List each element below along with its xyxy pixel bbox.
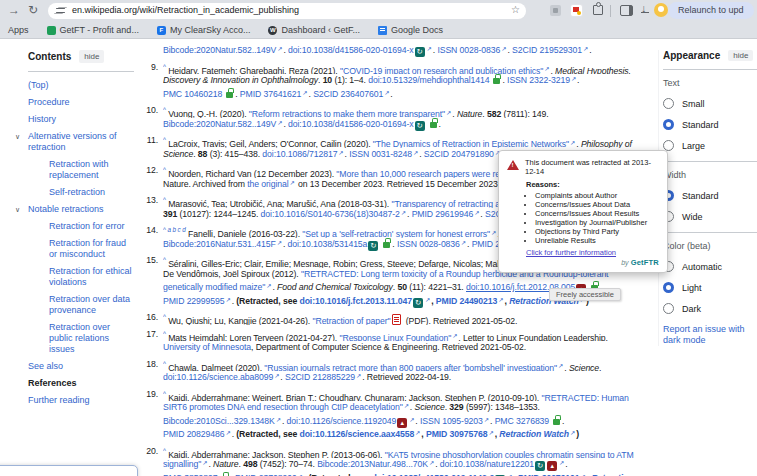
profile-avatar[interactable]	[654, 3, 668, 17]
relaunch-button[interactable]: Relaunch to upd	[668, 2, 754, 19]
ref-link[interactable]: doi:10.1016/S0140-6736(18)30487-2	[261, 209, 400, 219]
bookmark-star-icon[interactable]: ☆	[511, 4, 520, 15]
toc-item[interactable]: ∨Notable retractions	[28, 204, 134, 215]
bookmark-item[interactable]: FMy ClearSky Acco...	[157, 25, 251, 35]
ref-link[interactable]: ^	[163, 196, 166, 203]
ref-link[interactable]: Bibcode:2010Sci...329.1348K	[163, 416, 275, 426]
ref-link[interactable]: S2CID 219529301	[512, 45, 582, 55]
ref-link[interactable]: PMID 30976101	[518, 473, 580, 476]
report-dark-mode-link[interactable]: Report an issue with dark mode	[663, 324, 757, 346]
ref-link[interactable]: ISSN 0031-8248	[349, 149, 412, 159]
radio-button[interactable]	[663, 98, 674, 109]
ref-link[interactable]: PMID 30975768	[426, 429, 488, 439]
bookmark-item[interactable]: Google Docs	[378, 25, 443, 35]
ref-link[interactable]: S2CID 212885229	[285, 372, 355, 382]
toc-item[interactable]: (Top)	[28, 80, 134, 91]
toc-item[interactable]: Retraction over data provenance	[28, 294, 134, 316]
ref-link[interactable]: PMC 3276839	[495, 416, 549, 426]
bookmark-item[interactable]: Apps	[8, 25, 29, 35]
ref-link[interactable]: ^	[163, 313, 166, 320]
radio-option[interactable]: Dark	[663, 303, 757, 314]
ref-link[interactable]: "Russian journals retract more than 800 …	[264, 362, 557, 371]
ref-link[interactable]: Bibcode:2020Natur.582..149V	[163, 119, 276, 129]
side-panel-icon[interactable]	[620, 5, 633, 16]
ref-link[interactable]: PMC 10460218	[163, 89, 222, 99]
ref-link[interactable]: "KAT5 tyrosine phosphorylation couples c…	[385, 449, 634, 458]
ref-link[interactable]: doi:10.1038/d41586-020-01694-x	[288, 45, 414, 55]
ref-link[interactable]: ^	[163, 447, 166, 454]
download-icon[interactable]: ↓	[641, 2, 647, 14]
radio-option[interactable]: Small	[663, 98, 757, 109]
ref-link[interactable]: Bibcode:2013Natur.498...70K	[317, 459, 428, 469]
chevron-down-icon[interactable]: ∨	[15, 131, 20, 142]
ref-link[interactable]: doi:10.1126/science.aax4558	[299, 429, 414, 439]
site-settings-icon[interactable]	[56, 7, 65, 15]
ref-link[interactable]: the original	[247, 179, 288, 189]
toc-item[interactable]: Retraction for error	[28, 221, 134, 232]
ref-link[interactable]: University of Minnesota	[163, 342, 251, 352]
ref-link[interactable]: doi:10.1038/d41586-020-01694-x	[288, 119, 414, 129]
radio-option[interactable]: Automatic	[663, 261, 757, 272]
appearance-hide-button[interactable]: hide	[728, 50, 753, 61]
ref-link[interactable]: doi:10.1038/s41586-019-1142-2	[372, 473, 495, 476]
extensions-puzzle-icon[interactable]	[593, 5, 603, 15]
radio-option[interactable]: Standard	[663, 119, 757, 130]
ref-link[interactable]: "RETRACTED: Human	[541, 392, 628, 401]
toc-item[interactable]: Procedure	[28, 97, 134, 108]
ref-link[interactable]: ISSN 2322-3219	[507, 75, 570, 85]
contents-hide-button[interactable]: hide	[79, 50, 104, 63]
toc-item[interactable]: ∨Alternative versions of retraction	[28, 131, 134, 153]
ref-link[interactable]: a b c d	[166, 226, 186, 233]
ref-link[interactable]: PMID 22999595	[163, 296, 225, 306]
ref-link[interactable]: ^	[163, 390, 166, 397]
further-information-link[interactable]: Click for further information	[526, 248, 659, 257]
ref-link[interactable]: S2CID 236407601	[313, 89, 383, 99]
url-text[interactable]: en.wikipedia.org/wiki/Retraction_in_acad…	[72, 5, 299, 15]
toc-item[interactable]: Retraction with replacement	[28, 159, 134, 181]
ref-link[interactable]: ^	[163, 136, 166, 143]
radio-option[interactable]: Large	[663, 140, 757, 151]
ref-link[interactable]: Retraction	[591, 473, 633, 476]
toc-item[interactable]: Retraction over public relations issues	[28, 322, 134, 355]
ref-link[interactable]: "Set up a 'self-retraction' system for h…	[302, 229, 490, 238]
radio-option[interactable]: Wide	[663, 211, 757, 222]
toc-item[interactable]: References	[28, 378, 134, 389]
extension-icon[interactable]	[550, 5, 561, 16]
toc-item[interactable]: See also	[28, 361, 134, 372]
bookmark-item[interactable]: GetFT - Profit and...	[47, 25, 139, 35]
bookmark-item[interactable]: WDashboard ‹ GetF...	[268, 25, 360, 35]
ref-link[interactable]: "Response Linux Foundation"	[339, 332, 451, 341]
radio-button[interactable]	[663, 303, 674, 314]
ref-link[interactable]: signalling"	[163, 459, 201, 469]
ref-link[interactable]: "COVID-19 impact on research and publica…	[340, 65, 543, 74]
radio-button[interactable]	[663, 282, 674, 293]
ref-link[interactable]: PMID 37641621	[240, 89, 302, 99]
ref-link[interactable]: ^	[163, 360, 166, 367]
ref-link[interactable]: doi:10.51329/mehdiophthal1414	[368, 75, 489, 85]
ref-link[interactable]: ^	[163, 166, 166, 173]
ref-link[interactable]: PMID 20829486	[163, 429, 225, 439]
toc-item[interactable]: Further reading	[28, 395, 134, 406]
ref-link[interactable]: ISSN 0028-0836	[437, 45, 500, 55]
toc-item[interactable]: History	[28, 114, 134, 125]
ref-link[interactable]: doi:10.1038/nature12201	[440, 459, 534, 469]
ref-link[interactable]: PMID 24490213	[436, 296, 498, 306]
ref-link[interactable]: ^	[163, 63, 166, 70]
ref-link[interactable]: ISSN 1095-9203	[420, 416, 483, 426]
ref-link[interactable]: SIRT6 promotes DNA end resection through…	[163, 402, 403, 412]
ref-link[interactable]: doi:10.1086/712817	[262, 149, 337, 159]
radio-option[interactable]: Light	[663, 282, 757, 293]
address-bar[interactable]: en.wikipedia.org/wiki/Retraction_in_acad…	[48, 3, 526, 19]
ref-link[interactable]: doi:10.1016/j.fct.2013.11.047	[299, 296, 412, 306]
extension-icon[interactable]	[571, 5, 582, 16]
ref-link[interactable]: doi:10.1038/531415a	[288, 239, 368, 249]
toc-item[interactable]: Retraction for fraud or misconduct	[28, 238, 134, 260]
toc-item[interactable]: Retraction for ethical violations	[28, 266, 134, 288]
ref-link[interactable]: ^	[163, 106, 166, 113]
toc-item[interactable]: Self-retraction	[28, 187, 134, 198]
ref-link[interactable]: "The Dynamics of Retraction in Epistemic…	[373, 139, 569, 148]
forward-icon[interactable]: →	[8, 3, 20, 17]
ref-link[interactable]: genetically modified maize"	[163, 282, 265, 292]
ref-link[interactable]: "Reform retractions to make them more tr…	[249, 109, 445, 118]
ref-link[interactable]: Bibcode:2020Natur.582..149V	[163, 45, 276, 55]
